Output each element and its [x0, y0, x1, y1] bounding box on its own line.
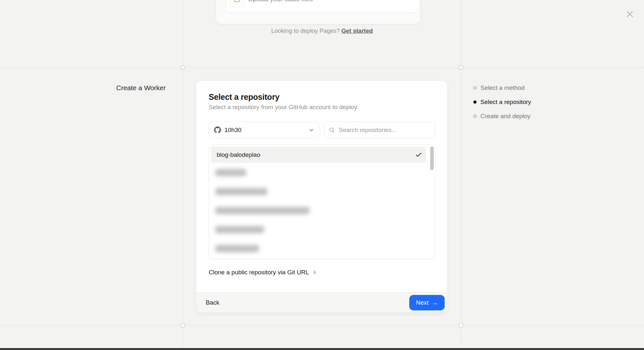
chevron-down-icon — [308, 127, 315, 133]
repo-item-redacted[interactable] — [215, 207, 309, 214]
chevron-right-icon — [312, 270, 317, 275]
github-account-dropdown[interactable]: 10h30 — [209, 122, 320, 138]
next-button-label: Next — [416, 299, 429, 306]
clone-git-url-link[interactable]: Clone a public repository via Git URL — [209, 269, 317, 276]
pages-prompt-line: Looking to deploy Pages? Get started — [225, 27, 419, 34]
step-select-a-method[interactable]: Select a method — [473, 84, 531, 92]
upload-file-icon — [234, 0, 240, 2]
step-select-a-repository[interactable]: Select a repository — [473, 98, 531, 106]
github-account-value: 10h30 — [224, 127, 308, 134]
clone-link-label: Clone a public repository via Git URL — [209, 269, 309, 276]
card-title: Select a repository — [209, 92, 279, 102]
selection-handle-bottom-left[interactable] — [181, 323, 185, 327]
repo-item-redacted[interactable] — [215, 188, 267, 195]
get-started-link[interactable]: Get started — [341, 27, 373, 34]
selection-handle-top-right[interactable] — [459, 65, 463, 70]
step-create-and-deploy[interactable]: Create and deploy — [473, 112, 531, 120]
list-scrollbar-thumb[interactable] — [430, 147, 434, 170]
step-label: Select a repository — [480, 99, 531, 106]
search-icon — [329, 127, 335, 133]
repo-item-redacted[interactable] — [215, 226, 264, 233]
github-icon — [214, 127, 221, 133]
selection-guide-bottom — [0, 325, 644, 326]
repository-search-box — [324, 122, 435, 138]
selection-guide-left — [183, 0, 183, 348]
upload-option-label: Upload your static files — [248, 0, 313, 3]
selection-handle-bottom-right[interactable] — [459, 323, 463, 327]
wizard-steps: Select a method Select a repository Crea… — [473, 84, 531, 126]
repo-item-redacted[interactable] — [215, 245, 259, 252]
step-circle-icon — [473, 86, 477, 90]
bottom-window-edge — [0, 348, 644, 350]
step-label: Select a method — [480, 84, 525, 91]
selection-guide-right — [461, 0, 461, 348]
repo-item-selected[interactable]: blog-balodeplao — [211, 147, 426, 163]
close-icon[interactable] — [625, 9, 635, 19]
arrow-right-icon: → — [431, 299, 438, 306]
card-subtitle: Select a repository from your GitHub acc… — [209, 104, 358, 111]
repository-list: blog-balodeplao — [209, 144, 435, 259]
repo-item-redacted[interactable] — [215, 169, 246, 176]
back-button[interactable]: Back — [206, 296, 219, 309]
repo-item-label: blog-balodeplao — [217, 151, 415, 158]
step-circle-filled-icon — [473, 100, 477, 104]
pages-prompt-text: Looking to deploy Pages? — [271, 27, 340, 34]
selection-guide-top — [0, 67, 644, 68]
page-title: Create a Worker — [116, 84, 166, 92]
step-circle-icon — [473, 115, 477, 118]
select-repository-card: Select a repository Select a repository … — [196, 81, 447, 313]
card-footer: Back Next → — [196, 292, 447, 313]
next-button[interactable]: Next → — [409, 295, 445, 310]
step-label: Create and deploy — [480, 113, 530, 120]
check-icon — [415, 151, 422, 158]
selection-handle-top-left[interactable] — [181, 65, 185, 70]
search-input[interactable] — [338, 126, 431, 134]
